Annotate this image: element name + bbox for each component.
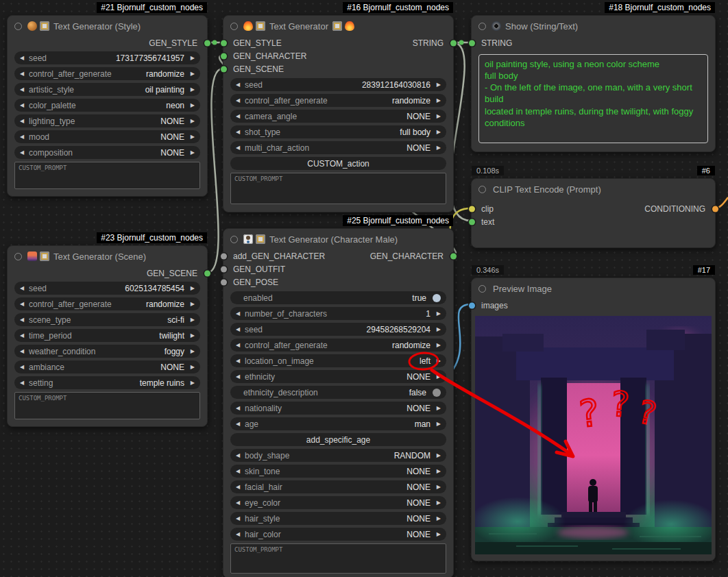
- decrement-arrow[interactable]: ◀: [236, 465, 243, 478]
- increment-arrow[interactable]: ▶: [188, 114, 195, 127]
- decrement-arrow[interactable]: ◀: [20, 67, 27, 80]
- input-images[interactable]: images: [472, 299, 715, 312]
- node-header[interactable]: Preview Image: [472, 278, 715, 299]
- collapse-toggle[interactable]: [478, 23, 486, 30]
- widget-color-palette[interactable]: ◀ color_palette neon ▶: [14, 99, 200, 112]
- increment-arrow[interactable]: ▶: [188, 360, 195, 373]
- increment-arrow[interactable]: ▶: [188, 67, 195, 80]
- widget-control-after-generate[interactable]: ◀ control_after_generate randomize ▶: [230, 339, 446, 352]
- widget-nationality[interactable]: ◀ nationality NONE ▶: [230, 402, 446, 415]
- decrement-arrow[interactable]: ◀: [236, 125, 243, 138]
- widget-shot-type[interactable]: ◀ shot_type full body ▶: [230, 125, 446, 138]
- increment-arrow[interactable]: ▶: [434, 449, 441, 462]
- decrement-arrow[interactable]: ◀: [20, 282, 27, 295]
- widget-ethnicity-description-toggle[interactable]: ethnicity_description false: [230, 386, 446, 399]
- input-port-dot[interactable]: [469, 302, 475, 308]
- input-port-dot[interactable]: [221, 266, 227, 272]
- decrement-arrow[interactable]: ◀: [20, 51, 27, 64]
- node-text-generator-scene[interactable]: #23 Bjornulf_custom_nodes Text Generator…: [7, 245, 208, 427]
- increment-arrow[interactable]: ▶: [434, 496, 441, 509]
- custom-prompt-input[interactable]: [230, 173, 446, 204]
- decrement-arrow[interactable]: ◀: [20, 114, 27, 127]
- collapse-toggle[interactable]: [230, 236, 238, 243]
- increment-arrow[interactable]: ▶: [188, 376, 195, 389]
- widget-seed[interactable]: ◀ seed 6025134785454 ▶: [14, 282, 200, 295]
- widget-ethnicity[interactable]: ◀ ethnicity NONE ▶: [230, 370, 446, 383]
- increment-arrow[interactable]: ▶: [188, 282, 195, 295]
- widget-camera-angle[interactable]: ◀ camera_angle NONE ▶: [230, 110, 446, 123]
- increment-arrow[interactable]: ▶: [188, 313, 195, 326]
- custom-prompt-input[interactable]: [230, 543, 446, 574]
- input-port-dot[interactable]: [469, 219, 475, 225]
- increment-arrow[interactable]: ▶: [188, 83, 195, 96]
- add-specific-age-button[interactable]: add_specific_age: [230, 433, 446, 446]
- widget-mood[interactable]: ◀ mood NONE ▶: [14, 130, 200, 143]
- collapse-toggle[interactable]: [478, 285, 486, 293]
- widget-control-after-generate[interactable]: ◀ control_after_generate randomize ▶: [14, 67, 200, 80]
- decrement-arrow[interactable]: ◀: [20, 83, 27, 96]
- input-gen-style[interactable]: GEN_STYLE STRING: [223, 36, 453, 49]
- decrement-arrow[interactable]: ◀: [20, 313, 27, 326]
- increment-arrow[interactable]: ▶: [188, 146, 195, 159]
- increment-arrow[interactable]: ▶: [434, 402, 441, 415]
- increment-arrow[interactable]: ▶: [188, 297, 195, 310]
- decrement-arrow[interactable]: ◀: [236, 417, 243, 430]
- input-port-dot[interactable]: [221, 253, 227, 259]
- collapse-toggle[interactable]: [14, 253, 22, 260]
- input-text[interactable]: text: [472, 215, 715, 228]
- output-port-dot[interactable]: [712, 206, 718, 212]
- custom-prompt-input[interactable]: [14, 162, 200, 189]
- decrement-arrow[interactable]: ◀: [236, 78, 243, 91]
- decrement-arrow[interactable]: ◀: [236, 370, 243, 383]
- decrement-arrow[interactable]: ◀: [20, 130, 27, 143]
- decrement-arrow[interactable]: ◀: [236, 354, 243, 367]
- widget-lighting-type[interactable]: ◀ lighting_type NONE ▶: [14, 114, 200, 127]
- increment-arrow[interactable]: ▶: [434, 323, 441, 336]
- increment-arrow[interactable]: ▶: [434, 78, 441, 91]
- decrement-arrow[interactable]: ◀: [20, 297, 27, 310]
- widget-composition[interactable]: ◀ composition NONE ▶: [14, 146, 200, 159]
- widget-scene-type[interactable]: ◀ scene_type sci-fi ▶: [14, 313, 200, 326]
- input-clip[interactable]: clip CONDITIONING: [472, 202, 715, 215]
- input-port-dot[interactable]: [469, 206, 475, 212]
- decrement-arrow[interactable]: ◀: [20, 376, 27, 389]
- widget-skin-tone[interactable]: ◀ skin_tone NONE ▶: [230, 465, 446, 478]
- widget-age[interactable]: ◀ age man ▶: [230, 417, 446, 430]
- node-header[interactable]: CLIP Text Encode (Prompt): [472, 179, 715, 199]
- decrement-arrow[interactable]: ◀: [20, 146, 27, 159]
- input-add-gen-character[interactable]: add_GEN_CHARACTER GEN_CHARACTER: [223, 249, 453, 262]
- decrement-arrow[interactable]: ◀: [236, 402, 243, 415]
- input-port-dot[interactable]: [221, 66, 227, 72]
- increment-arrow[interactable]: ▶: [434, 465, 441, 478]
- increment-arrow[interactable]: ▶: [188, 345, 195, 358]
- widget-artistic-style[interactable]: ◀ artistic_style oil painting ▶: [14, 83, 200, 96]
- decrement-arrow[interactable]: ◀: [236, 480, 243, 493]
- input-gen-scene[interactable]: GEN_SCENE: [223, 62, 453, 75]
- decrement-arrow[interactable]: ◀: [236, 339, 243, 352]
- node-header[interactable]: Text Generator: [223, 16, 453, 36]
- increment-arrow[interactable]: ▶: [188, 329, 195, 342]
- increment-arrow[interactable]: ▶: [188, 130, 195, 143]
- decrement-arrow[interactable]: ◀: [236, 307, 243, 320]
- widget-enabled-toggle[interactable]: enabled true: [230, 291, 446, 304]
- input-port-dot[interactable]: [221, 40, 227, 46]
- input-string[interactable]: STRING: [472, 36, 715, 49]
- widget-seed[interactable]: ◀ seed 283912164030816 ▶: [230, 78, 446, 91]
- widget-setting[interactable]: ◀ setting temple ruins ▶: [14, 376, 200, 389]
- widget-hair-color[interactable]: ◀ hair_color NONE ▶: [230, 528, 446, 541]
- decrement-arrow[interactable]: ◀: [236, 496, 243, 509]
- collapse-toggle[interactable]: [478, 186, 486, 193]
- output-port-dot[interactable]: [204, 40, 210, 46]
- widget-ambiance[interactable]: ◀ ambiance NONE ▶: [14, 360, 200, 373]
- widget-number-of-characters[interactable]: ◀ number_of_characters 1 ▶: [230, 307, 446, 320]
- node-header[interactable]: Text Generator (Style): [8, 16, 207, 36]
- widget-body-shape[interactable]: ◀ body_shape RANDOM ▶: [230, 449, 446, 462]
- input-gen-character[interactable]: GEN_CHARACTER: [223, 49, 453, 62]
- node-text-generator-main[interactable]: #16 Bjornulf_custom_nodes Text Generator…: [223, 15, 454, 212]
- increment-arrow[interactable]: ▶: [434, 512, 441, 525]
- widget-control-after-generate[interactable]: ◀ control_after_generate randomize ▶: [14, 297, 200, 310]
- decrement-arrow[interactable]: ◀: [236, 512, 243, 525]
- decrement-arrow[interactable]: ◀: [236, 528, 243, 541]
- node-text-generator-style[interactable]: #21 Bjornulf_custom_nodes Text Generator…: [7, 15, 208, 197]
- increment-arrow[interactable]: ▶: [434, 110, 441, 123]
